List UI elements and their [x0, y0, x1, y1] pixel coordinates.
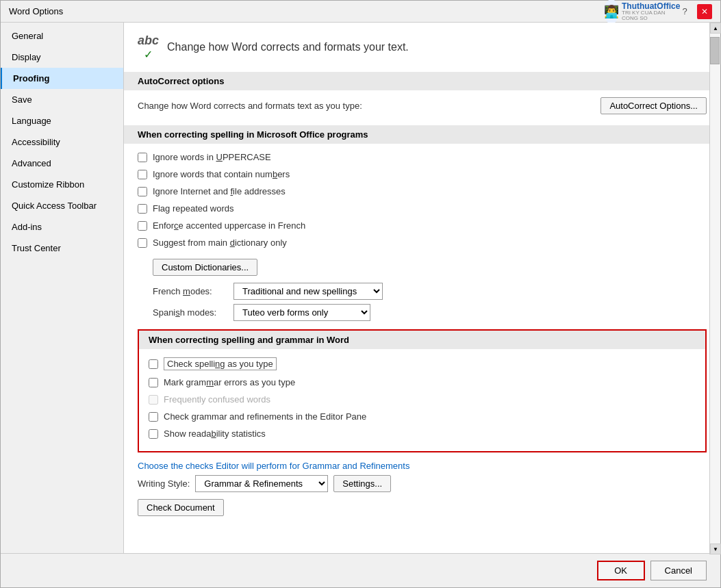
check-document-wrapper: Check Document — [138, 499, 707, 516]
scroll-up-arrow[interactable]: ▲ — [710, 23, 720, 34]
confused-words-row: Frequently confused words — [149, 393, 696, 406]
content-area: abc ✓ Change how Word corrects and forma… — [124, 23, 720, 553]
help-button[interactable]: ? — [678, 5, 692, 18]
sidebar-label-language: Language — [12, 116, 51, 126]
mark-grammar-label: Mark grammar errors as you type — [164, 377, 295, 387]
logo-name: ThuthuatOffice TRI KY CUA DAN CONG SO — [622, 2, 680, 21]
custom-dictionaries-button[interactable]: Custom Dictionaries... — [153, 259, 257, 276]
check-mark-icon: ✓ — [144, 48, 153, 61]
header-section: abc ✓ Change how Word corrects and forma… — [138, 34, 707, 61]
ignore-internet-checkbox[interactable] — [138, 187, 147, 196]
sidebar-item-advanced[interactable]: Advanced — [1, 153, 123, 174]
logo-emoji: 👨‍💻 — [604, 4, 619, 19]
suggest-main-dict-checkbox[interactable] — [138, 238, 147, 248]
abc-icon: abc ✓ — [138, 34, 159, 61]
modes-section: French modes: Traditional and new spelli… — [153, 283, 707, 321]
french-modes-select[interactable]: Traditional and new spellings Traditiona… — [233, 283, 383, 300]
sidebar-label-quick-access-toolbar: Quick Access Toolbar — [12, 201, 97, 211]
check-spelling-checkbox[interactable] — [149, 359, 158, 369]
enforce-accented-label: Enforce accented uppercase in French — [153, 220, 305, 231]
confused-words-label: Frequently confused words — [164, 394, 270, 405]
sidebar-label-trust-center: Trust Center — [12, 243, 61, 253]
confused-words-checkbox[interactable] — [149, 395, 158, 405]
word-options-dialog: Word Options 👨‍💻 ThuthuatOffice TRI KY C… — [0, 0, 721, 588]
sidebar-item-display[interactable]: Display — [1, 47, 123, 68]
sidebar-item-trust-center[interactable]: Trust Center — [1, 238, 123, 259]
show-readability-row: Show readability statistics — [149, 427, 696, 440]
writing-style-select[interactable]: Grammar & Refinements Grammar Only — [195, 475, 328, 492]
sidebar-item-customize-ribbon[interactable]: Customize Ribbon — [1, 174, 123, 195]
sidebar-item-save[interactable]: Save — [1, 89, 123, 110]
logo-area: 👨‍💻 ThuthuatOffice TRI KY CUA DAN CONG S… — [604, 2, 672, 21]
sidebar-label-save: Save — [12, 94, 32, 105]
flag-repeated-row: Flag repeated words — [138, 202, 707, 215]
ignore-internet-row: Ignore Internet and file addresses — [138, 185, 707, 198]
sidebar-item-general[interactable]: General — [1, 25, 123, 47]
writing-style-row: Writing Style: Grammar & Refinements Gra… — [138, 475, 707, 492]
french-modes-label: French modes: — [153, 286, 228, 296]
sidebar-label-proofing: Proofing — [13, 73, 49, 84]
dialog-footer: OK Cancel — [1, 553, 720, 587]
ignore-uppercase-label: Ignore words in UPPERCASE — [153, 152, 271, 162]
logo-icon: 👨‍💻 — [604, 0, 619, 24]
sidebar-item-language[interactable]: Language — [1, 110, 123, 131]
autocorrect-description: Change how Word corrects and formats tex… — [138, 101, 362, 111]
logo-main-text: ThuthuatOffice — [622, 2, 680, 10]
enforce-accented-row: Enforce accented uppercase in French — [138, 219, 707, 232]
mark-grammar-checkbox[interactable] — [149, 378, 158, 387]
flag-repeated-checkbox[interactable] — [138, 204, 147, 214]
autocorrect-row: Change how Word corrects and formats tex… — [138, 97, 707, 114]
main-content: abc ✓ Change how Word corrects and forma… — [124, 23, 720, 553]
word-section-header: When correcting spelling and grammar in … — [139, 331, 705, 349]
mark-grammar-row: Mark grammar errors as you type — [149, 376, 696, 389]
abc-text: abc — [138, 34, 159, 48]
settings-button[interactable]: Settings... — [333, 475, 391, 492]
show-readability-checkbox[interactable] — [149, 429, 158, 439]
dialog-body: General Display Proofing Save Language A… — [1, 23, 720, 553]
spanish-modes-row: Spanish modes: Tuteo verb forms only Vos… — [153, 304, 707, 321]
scrollbar[interactable]: ▲ ▼ — [709, 23, 720, 553]
scroll-track — [710, 34, 720, 544]
autocorrect-options-button[interactable]: AutoCorrect Options... — [600, 97, 707, 114]
check-grammar-editor-label: Check grammar and refinements in the Edi… — [164, 411, 366, 422]
suggest-main-dict-row: Suggest from main dictionary only — [138, 236, 707, 249]
ignore-uppercase-checkbox[interactable] — [138, 153, 147, 162]
sidebar-item-add-ins[interactable]: Add-ins — [1, 216, 123, 238]
spanish-modes-select[interactable]: Tuteo verb forms only Voseo verb forms o… — [233, 304, 370, 321]
ok-button[interactable]: OK — [597, 561, 645, 580]
close-button[interactable]: ✕ — [697, 4, 712, 19]
spanish-modes-label: Spanish modes: — [153, 307, 228, 318]
scroll-down-arrow[interactable]: ▼ — [710, 544, 720, 553]
writing-style-label: Writing Style: — [138, 478, 190, 489]
check-spelling-label: Check spelling as you type — [164, 357, 277, 370]
sidebar-item-accessibility[interactable]: Accessibility — [1, 131, 123, 153]
title-bar-right: 👨‍💻 ThuthuatOffice TRI KY CUA DAN CONG S… — [604, 2, 712, 21]
grammar-info-link[interactable]: Choose the checks Editor will perform fo… — [138, 461, 409, 471]
word-section: When correcting spelling and grammar in … — [138, 329, 707, 452]
flag-repeated-label: Flag repeated words — [153, 203, 234, 214]
sidebar-label-customize-ribbon: Customize Ribbon — [12, 179, 84, 190]
check-grammar-editor-checkbox[interactable] — [149, 412, 158, 422]
sidebar-label-add-ins: Add-ins — [12, 222, 42, 232]
ignore-numbers-label: Ignore words that contain numbers — [153, 169, 290, 179]
sidebar-label-general: General — [12, 31, 43, 41]
header-description: Change how Word corrects and formats you… — [167, 41, 409, 53]
ignore-numbers-row: Ignore words that contain numbers — [138, 168, 707, 181]
scroll-thumb[interactable] — [710, 37, 720, 64]
dialog-title: Word Options — [9, 6, 63, 16]
autocorrect-section-header: AutoCorrect options — [124, 72, 720, 90]
enforce-accented-checkbox[interactable] — [138, 221, 147, 231]
sidebar-label-advanced: Advanced — [12, 158, 51, 168]
check-document-button[interactable]: Check Document — [138, 499, 224, 516]
ms-office-section-header: When correcting spelling in Microsoft Of… — [124, 125, 720, 144]
ignore-numbers-checkbox[interactable] — [138, 170, 147, 179]
french-modes-row: French modes: Traditional and new spelli… — [153, 283, 707, 300]
sidebar-item-quick-access-toolbar[interactable]: Quick Access Toolbar — [1, 195, 123, 216]
suggest-main-dict-label: Suggest from main dictionary only — [153, 238, 287, 248]
logo-sub-text: TRI KY CUA DAN CONG SO — [622, 10, 680, 21]
grammar-info-wrapper: Choose the checks Editor will perform fo… — [138, 461, 707, 471]
sidebar-item-proofing[interactable]: Proofing — [1, 68, 123, 89]
sidebar: General Display Proofing Save Language A… — [1, 23, 124, 553]
cancel-button[interactable]: Cancel — [650, 561, 707, 580]
autocorrect-section: AutoCorrect options Change how Word corr… — [138, 72, 707, 114]
